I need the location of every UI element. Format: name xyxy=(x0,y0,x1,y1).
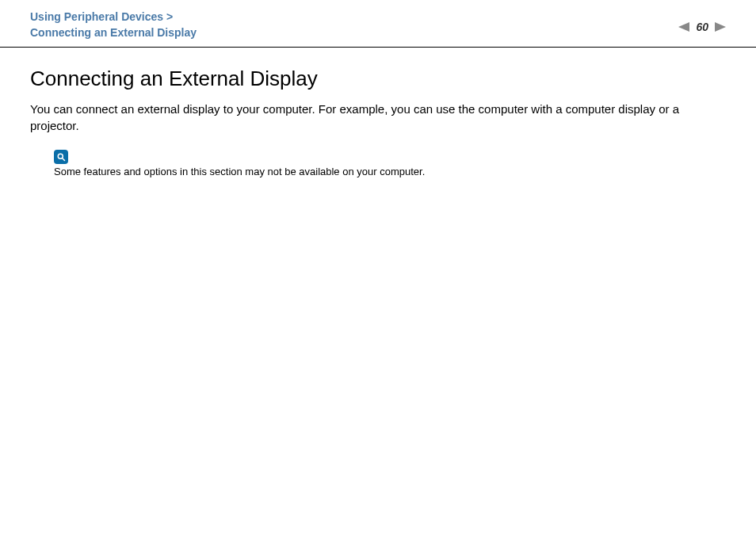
page-number: 60 xyxy=(694,21,710,33)
prev-page-arrow-icon[interactable] xyxy=(678,22,689,32)
page-title: Connecting an External Display xyxy=(30,67,726,91)
breadcrumb: Using Peripheral Devices > Connecting an… xyxy=(30,10,197,40)
page-header: Using Peripheral Devices > Connecting an… xyxy=(0,0,756,48)
note-text: Some features and options in this sectio… xyxy=(54,166,726,179)
page-navigation: 60 xyxy=(678,21,726,33)
intro-paragraph: You can connect an external display to y… xyxy=(30,101,726,134)
page-content: Connecting an External Display You can c… xyxy=(0,48,756,179)
svg-line-1 xyxy=(63,158,65,161)
next-page-arrow-icon[interactable] xyxy=(715,22,726,32)
breadcrumb-current: Connecting an External Display xyxy=(30,25,197,41)
note-block: Some features and options in this sectio… xyxy=(54,150,726,179)
breadcrumb-parent[interactable]: Using Peripheral Devices > xyxy=(30,10,197,25)
magnifier-icon xyxy=(54,150,68,164)
